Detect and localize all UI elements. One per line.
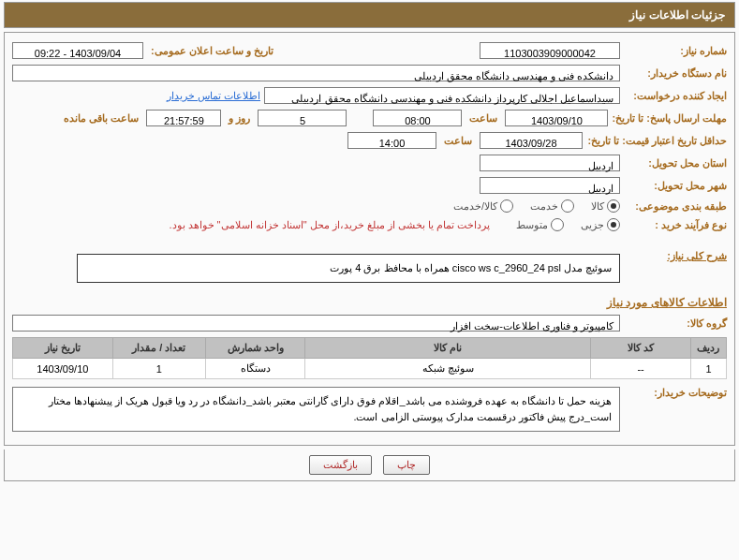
- label-delivery-province: استان محل تحویل:: [624, 157, 727, 169]
- subject-label-1: خدمت: [530, 200, 558, 213]
- label-requester: ایجاد کننده درخواست:: [624, 90, 727, 102]
- label-subject-class: طبقه بندی موضوعی:: [624, 200, 727, 213]
- overall-description-box: سوئیچ مدل cisco ws c_2960_24 psl همراه ب…: [77, 254, 620, 283]
- cell-idx: 1: [690, 359, 726, 379]
- button-row: چاپ بازگشت: [4, 449, 735, 481]
- label-buyer-org: نام دستگاه خریدار:: [624, 67, 727, 80]
- section-items-info: اطلاعات کالاهای مورد نیاز: [12, 296, 727, 309]
- label-days-and: روز و: [225, 112, 254, 125]
- back-button[interactable]: بازگشت: [309, 455, 372, 475]
- buyer-notes-box: هزینه حمل تا دانشگاه به عهده فروشنده می …: [12, 387, 620, 432]
- label-overall-desc: شرح کلی نیاز:: [624, 250, 727, 262]
- label-need-no: شماره نیاز:: [624, 45, 727, 57]
- subject-label-2: کالا/خدمت: [453, 200, 497, 213]
- print-button[interactable]: چاپ: [383, 455, 430, 475]
- label-deadline: مهلت ارسال پاسخ: تا تاریخ:: [612, 112, 727, 125]
- purchase-option-0[interactable]: جزیی: [581, 218, 620, 231]
- col-header-3: واحد شمارش: [205, 338, 305, 359]
- min-validity-time-field: 14:00: [347, 132, 436, 149]
- subject-label-0: کالا: [591, 200, 604, 213]
- purchase-radio-0[interactable]: [607, 218, 620, 231]
- cell-unit: دستگاه: [205, 359, 305, 379]
- subject-radio-1[interactable]: [561, 199, 574, 213]
- label-purchase-type: نوع فرآیند خرید :: [624, 219, 727, 231]
- col-header-0: ردیف: [690, 338, 726, 359]
- buyer-contact-link[interactable]: اطلاعات تماس خریدار: [167, 90, 260, 102]
- subject-option-0[interactable]: کالا: [591, 199, 620, 213]
- payment-note: پرداخت تمام یا بخشی از مبلغ خرید،از محل …: [169, 219, 490, 231]
- table-row: 1--سوئیچ شبکهدستگاه11403/09/10: [13, 359, 727, 379]
- subject-option-1[interactable]: خدمت: [530, 199, 574, 213]
- label-delivery-city: شهر محل تحویل:: [624, 180, 727, 192]
- deadline-date-field: 1403/09/10: [505, 110, 608, 126]
- cell-code: --: [591, 359, 691, 379]
- col-header-1: کد کالا: [591, 338, 691, 359]
- items-table: ردیفکد کالانام کالاواحد شمارشتعداد / مقد…: [12, 337, 727, 379]
- deadline-time-field: 08:00: [373, 110, 462, 126]
- subject-radio-0[interactable]: [607, 199, 620, 213]
- purchase-label-0: جزیی: [581, 219, 604, 231]
- goods-group-field: کامپیوتر و فناوری اطلاعات-سخت افزار: [12, 315, 620, 332]
- purchase-radio-1[interactable]: [551, 218, 564, 231]
- page-title: جزئیات اطلاعات نیاز: [4, 2, 735, 28]
- col-header-5: تاریخ نیاز: [13, 338, 113, 359]
- delivery-city-field: اردبیل: [480, 177, 620, 194]
- countdown-field: 21:57:59: [146, 110, 221, 126]
- min-validity-date-field: 1403/09/28: [480, 132, 583, 149]
- cell-name: سوئیچ شبکه: [305, 359, 591, 379]
- delivery-province-field: اردبیل: [480, 155, 620, 171]
- label-time-1: ساعت: [466, 112, 501, 125]
- cell-date: 1403/09/10: [13, 359, 113, 379]
- subject-radio-group: کالاخدمتکالا/خدمت: [453, 199, 620, 213]
- announce-datetime-field: 1403/09/04 - 09:22: [12, 42, 143, 59]
- purchase-option-1[interactable]: متوسط: [516, 218, 564, 231]
- buyer-org-field: دانشکده فنی و مهندسی دانشگاه محقق اردبیل…: [12, 65, 620, 81]
- purchase-radio-group: جزییمتوسط: [516, 218, 620, 231]
- cell-qty: 1: [112, 359, 205, 379]
- label-remaining: ساعت باقی مانده: [60, 112, 142, 125]
- label-min-validity: حداقل تاریخ اعتبار قیمت: تا تاریخ:: [586, 135, 727, 147]
- label-time-2: ساعت: [440, 135, 476, 147]
- need-number-field: 1103003909000042: [480, 42, 620, 59]
- days-left-field: 5: [258, 110, 347, 126]
- subject-radio-2[interactable]: [500, 199, 513, 213]
- requester-field: سیداسماعیل اجلالی کارپرداز دانشکده فنی و…: [264, 87, 620, 104]
- label-goods-group: گروه کالا:: [624, 317, 727, 330]
- subject-option-2[interactable]: کالا/خدمت: [453, 199, 513, 213]
- col-header-2: نام کالا: [305, 338, 591, 359]
- label-buyer-notes: توضیحات خریدار:: [624, 387, 727, 399]
- purchase-label-1: متوسط: [516, 219, 548, 231]
- label-announce-dt: تاریخ و ساعت اعلان عمومی:: [147, 45, 277, 57]
- details-panel: شماره نیاز: 1103003909000042 تاریخ و ساع…: [4, 32, 735, 446]
- col-header-4: تعداد / مقدار: [112, 338, 205, 359]
